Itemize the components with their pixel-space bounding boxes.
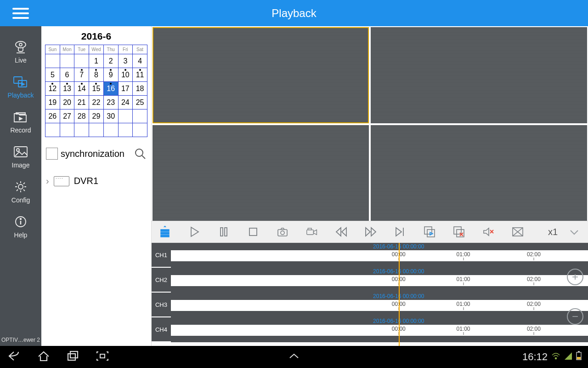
nav-item-record[interactable]: Record	[0, 105, 41, 140]
calendar-day[interactable]: 3	[118, 54, 133, 68]
calendar-day[interactable]: 7	[74, 68, 89, 82]
multiplay-icon	[424, 226, 435, 238]
calendar-day[interactable]: 2	[103, 54, 118, 68]
weekday-header: Sun	[45, 45, 60, 54]
nav-label: Config	[11, 196, 30, 204]
calendar-day[interactable]: 9	[103, 68, 118, 82]
pause-button[interactable]	[217, 225, 231, 239]
device-row[interactable]: › DVR1	[45, 174, 147, 188]
hamburger-menu-button[interactable]	[0, 0, 41, 26]
calendar-day[interactable]: 30	[103, 109, 118, 123]
rewind-button[interactable]	[334, 225, 348, 239]
calendar-day[interactable]: 21	[74, 96, 89, 109]
home-button[interactable]	[37, 350, 51, 364]
video-pane-4[interactable]	[371, 125, 587, 221]
search-button[interactable]	[134, 147, 147, 160]
step-forward-button[interactable]	[393, 225, 407, 239]
topbar: Playback	[0, 0, 588, 26]
rewind-icon	[335, 226, 347, 238]
calendar-day[interactable]: 6	[60, 68, 74, 82]
dvr-icon	[54, 176, 69, 186]
calendar-day	[45, 123, 60, 137]
left-nav: Live Playback Record Image Config	[0, 26, 41, 346]
calendar-day[interactable]: 10	[118, 68, 133, 82]
timeline-row[interactable]: CH22016-06-16 00:00:0000:0001:0002:0003	[152, 268, 588, 293]
timeline-area[interactable]: CH12016-06-16 00:00:0000:0001:0002:0003C…	[152, 243, 588, 346]
timeline-row[interactable]: CH12016-06-16 00:00:0000:0001:0002:0003	[152, 243, 588, 268]
fast-forward-button[interactable]	[364, 225, 378, 239]
record-button[interactable]	[305, 225, 319, 239]
storage-button[interactable]	[158, 225, 172, 239]
svg-rect-49	[70, 351, 78, 358]
timeline-track[interactable]: 2016-06-16 00:00:0000:0001:0002:0003	[171, 268, 588, 293]
timeline-track[interactable]: 2016-06-16 00:00:0000:0001:0002:0003	[171, 243, 588, 268]
calendar-day[interactable]: 17	[118, 82, 133, 96]
calendar-day[interactable]: 29	[89, 109, 104, 123]
svg-marker-22	[191, 227, 198, 236]
camcorder-icon	[306, 226, 318, 238]
page-title: Playback	[41, 7, 588, 20]
stop-button[interactable]	[246, 225, 260, 239]
back-button[interactable]	[7, 350, 21, 364]
video-pane-1[interactable]	[153, 27, 369, 123]
snapshot-button[interactable]	[276, 225, 289, 239]
calendar-day[interactable]: 19	[45, 96, 60, 109]
close-all-button[interactable]	[452, 225, 466, 239]
chevron-down-icon[interactable]	[570, 227, 579, 237]
timeline-track[interactable]: 2016-06-16 00:00:0000:0001:0002:0003	[171, 317, 588, 342]
calendar-day	[74, 54, 89, 68]
recent-apps-button[interactable]	[66, 350, 80, 364]
nav-label: Record	[10, 126, 31, 134]
calendar-day[interactable]: 27	[60, 109, 74, 123]
fullscreen-button[interactable]	[511, 225, 525, 239]
playhead[interactable]	[399, 243, 400, 346]
play-all-button[interactable]	[423, 225, 436, 239]
timeline-row[interactable]: CH32016-06-16 00:00:0000:0001:0002:0003	[152, 293, 588, 317]
calendar-day[interactable]: 1	[89, 54, 104, 68]
calendar-day[interactable]: 22	[89, 96, 104, 109]
mute-button[interactable]	[481, 225, 495, 239]
calendar-day[interactable]: 15	[89, 82, 104, 96]
hour-label: 02:00	[527, 276, 541, 282]
screenshot-button[interactable]	[96, 350, 109, 364]
calendar-day[interactable]: 13	[60, 82, 74, 96]
svg-point-13	[18, 184, 23, 189]
weekday-header: Tue	[74, 45, 89, 54]
calendar[interactable]: SunMonTueWedThuFriSat 123456789101112131…	[45, 45, 147, 137]
expand-bar-button[interactable]	[287, 353, 301, 361]
nav-item-live[interactable]: Live	[0, 35, 41, 70]
calendar-day[interactable]: 28	[74, 109, 89, 123]
calendar-day[interactable]: 26	[45, 109, 60, 123]
calendar-day[interactable]: 11	[133, 68, 147, 82]
svg-point-27	[281, 231, 284, 235]
nav-item-playback[interactable]: Playback	[0, 70, 41, 105]
play-button[interactable]	[187, 225, 201, 239]
calendar-day[interactable]: 5	[45, 68, 60, 82]
nav-item-image[interactable]: Image	[0, 140, 41, 175]
svg-marker-33	[371, 228, 376, 236]
zoom-out-button[interactable]: −	[567, 308, 583, 325]
calendar-day[interactable]: 20	[60, 96, 74, 109]
calendar-day[interactable]: 4	[133, 54, 147, 68]
timeline-track[interactable]: 2016-06-16 00:00:0000:0001:0002:0003	[171, 293, 588, 317]
calendar-day[interactable]: 12	[45, 82, 60, 96]
calendar-day[interactable]: 23	[103, 96, 118, 109]
calendar-day[interactable]: 8	[89, 68, 104, 82]
timeline-row[interactable]: CH42016-06-16 00:00:0000:0001:0002:0003	[152, 317, 588, 342]
svg-rect-50	[100, 354, 105, 358]
zoom-in-button[interactable]: +	[567, 269, 583, 285]
synchronization-checkbox[interactable]	[46, 148, 58, 160]
calendar-day	[60, 123, 74, 137]
device-name: DVR1	[74, 176, 98, 186]
calendar-day[interactable]: 14	[74, 82, 89, 96]
nav-item-help[interactable]: Help	[0, 210, 41, 245]
calendar-day[interactable]: 25	[133, 96, 147, 109]
camera-icon	[13, 40, 28, 54]
video-pane-3[interactable]	[153, 125, 369, 221]
video-pane-2[interactable]	[371, 27, 587, 123]
playback-toolbar: x1	[152, 221, 588, 243]
nav-item-config[interactable]: Config	[0, 175, 41, 210]
calendar-day[interactable]: 24	[118, 96, 133, 109]
calendar-day[interactable]: 18	[133, 82, 147, 96]
calendar-day[interactable]: 16	[103, 82, 118, 96]
